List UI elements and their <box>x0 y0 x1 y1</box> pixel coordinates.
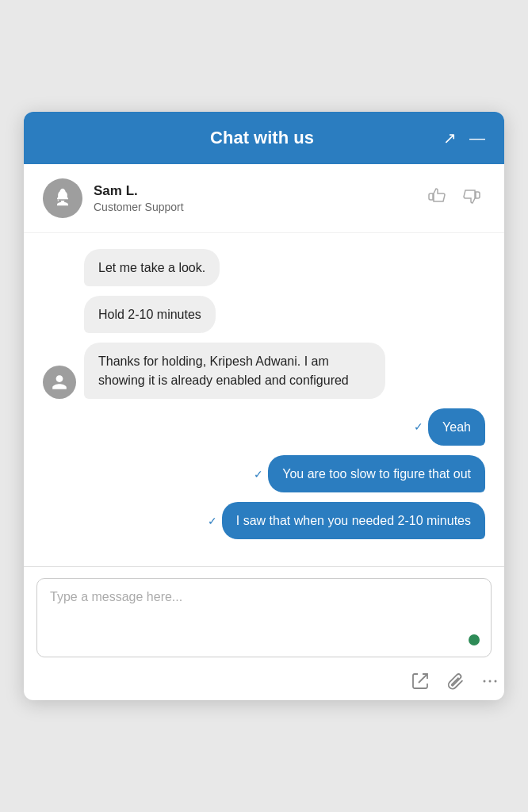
agent-bubble: Let me take a look. <box>84 249 220 286</box>
svg-line-1 <box>419 674 427 683</box>
agent-left: Sam L. Customer Support <box>43 178 184 218</box>
user-bubble: I saw that when you needed 2-10 minutes <box>222 502 485 539</box>
agent-avatar-msg <box>43 366 76 399</box>
chat-toolbar <box>24 664 504 700</box>
chat-window: Chat with us ↗ — Sam L. Customer Support <box>24 112 504 700</box>
agent-role: Customer Support <box>94 201 184 213</box>
attach-icon[interactable] <box>446 672 465 695</box>
message-row: ✓ Yeah <box>43 408 485 446</box>
more-icon[interactable] <box>480 672 499 695</box>
message-row: Hold 2-10 minutes <box>43 296 485 333</box>
message-row: Let me take a look. <box>43 249 485 286</box>
agent-name: Sam L. <box>94 183 184 199</box>
checkmark-icon: ✓ <box>208 515 217 527</box>
agent-avatar <box>43 178 82 218</box>
svg-point-4 <box>495 680 497 683</box>
chat-title: Chat with us <box>81 128 443 148</box>
agent-details: Sam L. Customer Support <box>94 183 184 213</box>
user-message-with-check: ✓ You are too slow to figure that out <box>254 455 485 492</box>
thumbs-up-icon[interactable] <box>423 183 449 214</box>
user-bubble: You are too slow to figure that out <box>268 455 485 492</box>
message-row: ✓ I saw that when you needed 2-10 minute… <box>43 502 485 539</box>
agent-bubble: Hold 2-10 minutes <box>84 296 216 333</box>
checkmark-icon: ✓ <box>414 420 423 433</box>
message-row: Thanks for holding, Kripesh Adwani. I am… <box>43 343 485 398</box>
chat-header: Chat with us ↗ — <box>24 112 504 164</box>
checkmark-icon: ✓ <box>254 468 263 481</box>
chat-input-box: Type a message here... <box>36 578 492 657</box>
expand-icon[interactable]: ↗ <box>443 128 457 147</box>
agent-actions <box>423 183 485 214</box>
chat-input-area: Type a message here... <box>24 566 504 664</box>
user-bubble: Yeah <box>428 408 485 446</box>
agent-info-bar: Sam L. Customer Support <box>24 164 504 233</box>
svg-point-2 <box>484 680 486 683</box>
user-message-with-check: ✓ Yeah <box>414 408 485 446</box>
user-message-with-check: ✓ I saw that when you needed 2-10 minute… <box>208 502 485 539</box>
header-icons: ↗ — <box>443 128 485 147</box>
chat-messages: Let me take a look. Hold 2-10 minutes Th… <box>24 233 504 566</box>
agent-bubble: Thanks for holding, Kripesh Adwani. I am… <box>84 343 385 398</box>
minimize-icon[interactable]: — <box>469 129 485 147</box>
svg-point-3 <box>489 680 492 683</box>
share-icon[interactable] <box>411 672 430 695</box>
thumbs-down-icon[interactable] <box>460 183 485 214</box>
message-row: ✓ You are too slow to figure that out <box>43 455 485 492</box>
